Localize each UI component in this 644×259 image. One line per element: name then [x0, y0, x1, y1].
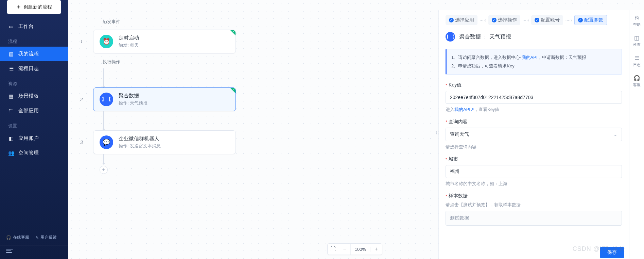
field-label: *查询内容: [446, 119, 622, 125]
step-number: 1: [78, 39, 85, 44]
watermark: CSDN @IT秋学长: [573, 245, 625, 253]
flow-node-timer[interactable]: ⏰ 定时启动 触发: 每天: [93, 30, 236, 53]
sidebar-item-scene-templates[interactable]: ▦ 场景模板: [0, 89, 68, 103]
arrow-icon: ····›: [564, 17, 573, 23]
exec-section-label: 执行操作: [103, 59, 236, 65]
sf-label: 在线客服: [13, 234, 29, 240]
juhe-icon: 】【: [100, 93, 113, 106]
node-title: 聚合数据: [119, 93, 147, 99]
flow-node-wework[interactable]: 💬 企业微信群机器人 操作: 发送富文本消息: [93, 130, 236, 154]
query-select[interactable]: 查询天气 ⌄: [446, 128, 622, 141]
edit-icon: ✎: [35, 235, 39, 240]
list-icon: ☰: [8, 66, 14, 72]
sidebar-item-space-mgmt[interactable]: 👥 空间管理: [0, 146, 68, 160]
sidebar-item-workspace[interactable]: ▭ 工作台: [0, 19, 68, 34]
flow-step-1: 1 ⏰ 定时启动 触发: 每天: [78, 30, 236, 53]
field-group-sample: *样本数据 请点击【测试并预览】，获取样本数据 测试数据: [446, 193, 622, 226]
required-icon: *: [446, 119, 447, 125]
zoom-in-button[interactable]: +: [370, 243, 382, 255]
flow-step-3: 3 💬 企业微信群机器人 操作: 发送富文本消息: [78, 130, 236, 154]
panel-header: 】【 聚合数据 ： 天气预报: [439, 31, 629, 49]
headset-icon: 🎧: [6, 235, 11, 240]
collapse-sidebar-button[interactable]: [6, 249, 13, 253]
panel-resize-handle[interactable]: ⟨ ⟩: [436, 130, 438, 135]
sf-label: 用户反馈: [40, 234, 57, 240]
dashboard-icon: ▭: [8, 23, 14, 30]
step-chip-select-action[interactable]: ✓选择操作: [488, 15, 520, 25]
sidebar-item-app-accounts[interactable]: ◧ 应用账户: [0, 131, 68, 146]
sidebar-section-settings: 设置: [0, 118, 68, 131]
node-title: 定时启动: [119, 35, 139, 41]
dock-check[interactable]: ◫检查: [633, 35, 641, 47]
headset-icon: 🎧: [633, 75, 640, 81]
dock-help[interactable]: ⎘帮助: [633, 15, 641, 27]
panel-title: 聚合数据 ： 天气预报: [459, 33, 511, 41]
sidebar-section-resource: 资源: [0, 76, 68, 89]
create-flow-label: 创建新的流程: [23, 4, 52, 10]
arrow-icon: ····›: [522, 17, 530, 23]
grid-icon: ▦: [8, 93, 14, 99]
log-icon: ☰: [634, 55, 639, 61]
zoom-out-button[interactable]: −: [339, 243, 351, 255]
success-corner-icon: [230, 88, 236, 93]
feedback-link[interactable]: ✎ 用户反馈: [35, 234, 57, 240]
field-group-city: *城市 城市名称的中文名称，如：上海: [446, 156, 622, 187]
dock-service[interactable]: 🎧客服: [633, 75, 641, 87]
wework-icon: 💬: [100, 135, 113, 149]
sidebar-item-label: 全部应用: [18, 108, 39, 114]
connector-line: [103, 154, 104, 164]
sidebar-footer: 🎧 在线客服 ✎ 用户反馈: [0, 234, 68, 259]
chevron-down-icon: ⌄: [613, 132, 617, 137]
users-icon: 👥: [8, 150, 14, 156]
juhe-icon: 】【: [446, 32, 455, 42]
external-link-icon: ↗: [470, 107, 474, 112]
fit-screen-button[interactable]: ⛶: [328, 243, 339, 255]
flow-container: 触发事件 1 ⏰ 定时启动 触发: 每天 执行操作 2: [78, 19, 236, 174]
divider: [0, 245, 68, 245]
check-icon: ✓: [535, 18, 539, 22]
step-chip-select-app[interactable]: ✓选择应用: [446, 15, 477, 25]
field-hint: 请点击【测试并预览】，获取样本数据: [446, 202, 622, 208]
zoom-level: 100%: [351, 247, 370, 252]
add-step-button[interactable]: +: [100, 166, 108, 174]
sidebar-item-label: 工作台: [18, 23, 34, 30]
my-api-link[interactable]: 我的API↗: [454, 107, 474, 112]
step-chip-config-account[interactable]: ✓配置账号: [531, 15, 563, 25]
field-hint: 请选择查询内容: [446, 144, 622, 150]
step-number: 3: [78, 140, 85, 145]
success-corner-icon: [230, 30, 236, 35]
sidebar-item-flow-logs[interactable]: ☰ 流程日志: [0, 61, 68, 76]
help-icon: ⎘: [635, 15, 639, 21]
city-input[interactable]: [446, 165, 622, 178]
my-api-link[interactable]: 我的API: [522, 55, 538, 60]
field-group-key: *Key值 进入我的API↗，查看Key值: [446, 82, 622, 113]
online-support-link[interactable]: 🎧 在线客服: [6, 234, 29, 240]
sidebar-item-all-apps[interactable]: ⬚ 全部应用: [0, 103, 68, 118]
config-panel: ✓选择应用 ····› ✓选择操作 ····› ✓配置账号 ····› ✓配置参…: [438, 10, 629, 259]
check-icon: ✓: [578, 18, 583, 22]
dock-logs[interactable]: ☰日志: [633, 55, 641, 67]
trigger-section-label: 触发事件: [103, 19, 236, 25]
zoom-toolbar: ⛶ − 100% +: [327, 243, 382, 255]
key-input[interactable]: [446, 91, 622, 104]
node-subtitle: 操作: 发送富文本消息: [119, 143, 161, 149]
check-icon: ✓: [449, 18, 454, 22]
select-value: 查询天气: [450, 131, 469, 137]
document-icon: ▤: [8, 51, 14, 57]
sidebar: ＋ 创建新的流程 ▭ 工作台 流程 ▤ 我的流程 ☰ 流程日志 资源 ▦ 场景模…: [0, 0, 68, 259]
required-icon: *: [446, 194, 447, 199]
cube-icon: ⬚: [8, 108, 14, 114]
step-chip-config-params[interactable]: ✓配置参数: [574, 15, 607, 25]
field-label: *样本数据: [446, 193, 622, 199]
sidebar-item-my-flows[interactable]: ▤ 我的流程: [0, 47, 68, 61]
sidebar-item-label: 空间管理: [18, 150, 39, 156]
node-title: 企业微信群机器人: [119, 135, 161, 142]
flow-step-2: 2 】【 聚合数据 操作: 天气预报: [78, 87, 236, 111]
create-flow-button[interactable]: ＋ 创建新的流程: [7, 0, 61, 14]
flow-node-juhe[interactable]: 】【 聚合数据 操作: 天气预报: [93, 87, 236, 111]
sidebar-item-label: 我的流程: [18, 51, 39, 57]
sidebar-section-flow: 流程: [0, 34, 68, 47]
sidebar-item-label: 场景模板: [18, 93, 39, 99]
arrow-icon: ····›: [479, 17, 487, 23]
required-icon: *: [446, 157, 447, 162]
